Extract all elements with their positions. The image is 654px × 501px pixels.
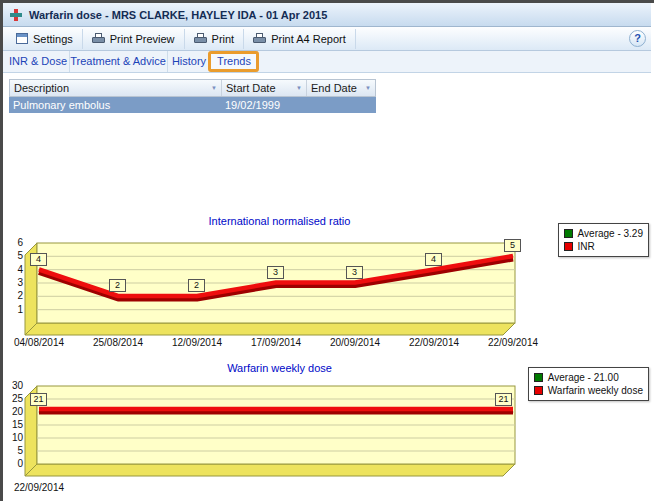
x-tick: 12/09/2014 — [165, 337, 229, 348]
point-label: 5 — [504, 239, 521, 252]
print-button[interactable]: Print — [185, 29, 245, 49]
title-bar: Warfarin dose - MRS CLARKE, HAYLEY IDA -… — [3, 3, 651, 27]
x-tick: 22/09/2014 — [481, 337, 545, 348]
y-tick: 4 — [7, 264, 23, 275]
point-label: 2 — [188, 279, 205, 292]
y-tick: 2 — [7, 290, 23, 301]
y-tick: 25 — [7, 393, 23, 404]
y-tick: 30 — [7, 380, 23, 391]
y-tick: 1 — [7, 304, 23, 315]
x-tick: 17/09/2014 — [244, 337, 308, 348]
point-label: 21 — [495, 393, 512, 406]
inr-trend-chart: International normalised ratio Average -… — [7, 215, 653, 363]
point-label: 4 — [425, 253, 442, 266]
x-tick: 25/08/2014 — [86, 337, 150, 348]
cell-description: Pulmonary embolus — [9, 97, 221, 113]
y-tick: 10 — [7, 432, 23, 443]
y-tick: 15 — [7, 419, 23, 430]
sort-icon[interactable]: ▼ — [296, 85, 302, 91]
problems-table: Description ▼ Start Date ▼ End Date ▼ Pu… — [9, 79, 376, 113]
y-tick: 0 — [7, 458, 23, 469]
x-tick: 20/09/2014 — [323, 337, 387, 348]
y-tick: 20 — [7, 406, 23, 417]
y-tick: 6 — [7, 237, 23, 248]
legend-item-dose: Warfarin weekly dose — [534, 384, 643, 397]
cell-start-date: 19/02/1999 — [221, 97, 306, 113]
sort-icon[interactable]: ▼ — [365, 85, 371, 91]
column-header-description[interactable]: Description ▼ — [10, 80, 222, 96]
app-icon — [9, 8, 23, 22]
toolbar: Settings Print Preview Print Print A4 Re… — [3, 27, 651, 51]
settings-label: Settings — [33, 33, 73, 45]
tab-treatment-and-advice[interactable]: Treatment & Advice — [69, 51, 168, 72]
x-tick: 22/09/2014 — [402, 337, 466, 348]
settings-button[interactable]: Settings — [7, 29, 83, 49]
legend-item-average: Average - 21.00 — [534, 371, 643, 384]
sort-icon[interactable]: ▼ — [211, 85, 217, 91]
legend-item-inr: INR — [564, 240, 643, 253]
point-label: 2 — [109, 279, 126, 292]
point-label: 21 — [30, 393, 47, 406]
y-tick: 5 — [7, 445, 23, 456]
settings-icon — [16, 33, 28, 44]
printer-icon — [253, 33, 266, 44]
x-tick: 04/08/2014 — [7, 337, 71, 348]
tab-trends[interactable]: Trends — [211, 51, 258, 72]
column-header-start-date[interactable]: Start Date ▼ — [222, 80, 307, 96]
help-button[interactable]: ? — [629, 30, 646, 47]
table-row[interactable]: Pulmonary embolus 19/02/1999 — [9, 97, 376, 113]
legend-swatch-average — [534, 373, 543, 382]
table-header: Description ▼ Start Date ▼ End Date ▼ — [9, 79, 376, 97]
legend-item-average: Average - 3.29 — [564, 227, 643, 240]
tab-inr-and-dose[interactable]: INR & Dose — [7, 51, 70, 72]
tab-bar: INR & Dose Treatment & Advice History Tr… — [3, 51, 651, 73]
dose-trend-chart: Warfarin weekly dose Average - 21.00 War… — [7, 362, 653, 498]
print-preview-label: Print Preview — [110, 33, 175, 45]
chart-legend: Average - 3.29 INR — [558, 223, 649, 257]
point-label: 3 — [267, 266, 284, 279]
legend-swatch-inr — [564, 242, 573, 251]
chart-legend: Average - 21.00 Warfarin weekly dose — [528, 367, 649, 401]
print-a4-report-button[interactable]: Print A4 Report — [244, 29, 356, 49]
print-preview-button[interactable]: Print Preview — [83, 29, 185, 49]
point-label: 4 — [30, 253, 47, 266]
window-title: Warfarin dose - MRS CLARKE, HAYLEY IDA -… — [29, 9, 327, 21]
printer-icon — [92, 33, 105, 44]
x-tick: 22/09/2014 — [7, 482, 71, 493]
y-tick: 5 — [7, 250, 23, 261]
print-a4-report-label: Print A4 Report — [271, 33, 346, 45]
app-window: Warfarin dose - MRS CLARKE, HAYLEY IDA -… — [0, 0, 654, 501]
tab-history[interactable]: History — [167, 51, 212, 72]
print-label: Print — [212, 33, 235, 45]
cell-end-date — [306, 97, 374, 113]
printer-icon — [194, 33, 207, 44]
point-label: 3 — [346, 266, 363, 279]
legend-swatch-average — [564, 229, 573, 238]
legend-swatch-dose — [534, 386, 543, 395]
y-tick: 3 — [7, 277, 23, 288]
column-header-end-date[interactable]: End Date ▼ — [307, 80, 375, 96]
